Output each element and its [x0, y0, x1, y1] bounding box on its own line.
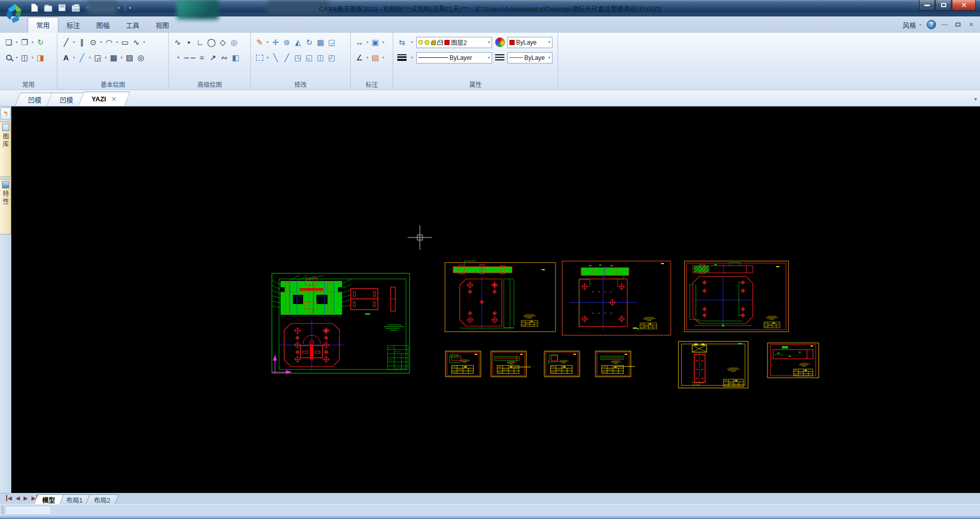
edit-dim-dropdown-icon[interactable]: ▾	[381, 55, 386, 60]
pan-icon[interactable]: ◨	[35, 51, 46, 64]
layer-manager-icon[interactable]: ⇆	[396, 36, 408, 49]
line-icon[interactable]: ╱	[60, 36, 72, 49]
text-icon[interactable]: A	[60, 51, 72, 64]
ellipse-icon[interactable]: ◯	[206, 36, 217, 49]
corner-icon[interactable]: ◱	[304, 51, 315, 64]
drawing-part-small-1[interactable]	[445, 351, 481, 377]
maximize-button[interactable]	[935, 0, 951, 11]
ribbon-tab-sheet[interactable]: 图幅	[88, 17, 118, 33]
drawing-canvas[interactable]	[11, 106, 980, 493]
circle-icon[interactable]: ⊙	[88, 36, 99, 49]
layer-manager-dropdown-icon[interactable]: ▾	[410, 40, 414, 45]
arrow-icon[interactable]: ↗	[207, 51, 219, 64]
sidebar-tab-properties[interactable]: 特性	[0, 179, 11, 234]
sidebar-pin-icon[interactable]: ↰	[1, 107, 11, 120]
copy-entity-icon[interactable]: ⊚	[281, 36, 292, 49]
explode-icon[interactable]: ◫	[315, 51, 326, 64]
paste-special-icon[interactable]: ◫	[19, 51, 30, 64]
color-wheel-icon[interactable]	[494, 36, 505, 49]
table-dropdown-icon[interactable]: ▾	[119, 55, 124, 60]
drawing-ejector-pin-plate[interactable]	[678, 341, 748, 388]
scale-icon[interactable]: ◲	[326, 36, 337, 49]
help-icon[interactable]: ?	[927, 20, 936, 29]
drawing-bar-plate[interactable]	[768, 343, 819, 378]
array-icon[interactable]: ▦	[315, 36, 326, 49]
arc-dropdown-icon[interactable]: ▾	[115, 40, 119, 45]
sidebar-tab-library[interactable]: 图库	[0, 122, 11, 177]
revolve-icon[interactable]: ◔	[172, 51, 183, 64]
rectangle-icon[interactable]: ▭	[119, 36, 131, 49]
close-button[interactable]: ✕	[952, 0, 976, 11]
linestyle-combo[interactable]: ByLayer ▾	[416, 52, 492, 63]
paste-icon[interactable]: ❏	[3, 36, 14, 49]
command-bar-grip[interactable]	[2, 506, 4, 514]
line-width-dropdown-icon[interactable]: ▾	[410, 55, 414, 60]
ribbon-tab-tools[interactable]: 工具	[118, 17, 147, 33]
dimension-icon[interactable]: ↔	[354, 36, 365, 49]
arc-icon[interactable]: ◠	[103, 36, 115, 49]
stretch-icon[interactable]: ◳	[292, 51, 304, 64]
angle-dim-icon[interactable]: ∠	[354, 51, 365, 64]
copy-icon[interactable]: ❐	[19, 36, 30, 49]
circle-dropdown-icon[interactable]: ▾	[99, 40, 103, 45]
crop-icon[interactable]	[254, 51, 265, 64]
mdi-close-icon[interactable]: ✕	[967, 21, 976, 28]
line-color-combo[interactable]: ByLaye ▾	[507, 52, 552, 63]
parallel-line-icon[interactable]: ∥	[76, 36, 88, 49]
drawing-moving-plate[interactable]	[445, 261, 556, 332]
mdi-minimize-icon[interactable]: —	[940, 21, 949, 28]
style-menu-button[interactable]: 风格▾	[903, 20, 923, 30]
minimize-button[interactable]	[919, 0, 935, 11]
sketch-line-icon[interactable]: ╱	[76, 51, 88, 64]
point-icon[interactable]: •	[183, 36, 195, 49]
hatch-style-icon[interactable]	[494, 51, 505, 64]
color-combo[interactable]: ByLaye ▾	[507, 37, 552, 48]
doc-tabs-overflow-icon[interactable]: ▾	[974, 96, 977, 102]
ribbon-tab-dimension[interactable]: 标注	[58, 17, 88, 33]
sketch-line-dropdown-icon[interactable]: ▾	[88, 55, 92, 60]
crop-dropdown-icon[interactable]: ▾	[265, 55, 270, 60]
drawing-part-small-3[interactable]	[544, 351, 580, 377]
drawing-part-small-4[interactable]	[595, 351, 635, 377]
first-sheet-icon[interactable]: ◀	[6, 495, 12, 502]
drawing-mold-assembly[interactable]	[272, 273, 410, 374]
doc-tab-yazi[interactable]: YAZI✕	[78, 92, 131, 106]
erase-dropdown-icon[interactable]: ▾	[265, 40, 270, 45]
regenerate-icon[interactable]: ↻	[35, 36, 46, 49]
sheet-tab-model[interactable]: 模型	[34, 494, 64, 504]
coordinate-dim-dropdown-icon[interactable]: ▾	[381, 40, 386, 45]
fillet-icon[interactable]: ◰	[326, 51, 337, 64]
break-line-icon[interactable]: ≈	[196, 51, 207, 64]
contour-icon[interactable]: ∾	[219, 51, 230, 64]
mirror-icon[interactable]: ◭	[292, 36, 304, 49]
spline-dropdown-icon[interactable]: ▾	[142, 40, 146, 45]
table-icon[interactable]: ▦	[108, 51, 119, 64]
move-icon[interactable]: ✛	[270, 36, 281, 49]
coordinate-dim-icon[interactable]: ▣	[370, 36, 381, 49]
zoom-dropdown-icon[interactable]: ▾	[14, 55, 19, 60]
erase-icon[interactable]: ✎	[254, 36, 265, 49]
two-point-circle-icon[interactable]: ◎	[228, 36, 240, 49]
mdi-restore-icon[interactable]	[953, 21, 963, 28]
rotate-icon[interactable]: ↻	[304, 36, 315, 49]
curve-icon[interactable]: ∿	[172, 36, 183, 49]
text-dropdown-icon[interactable]: ▾	[72, 55, 76, 60]
spline-icon[interactable]: ∿	[131, 36, 142, 49]
layer-combo[interactable]: 图层2 ▾	[416, 37, 492, 48]
ribbon-tab-view[interactable]: 视图	[147, 17, 177, 33]
extend-icon[interactable]: ╱	[281, 51, 292, 64]
dimension-dropdown-icon[interactable]: ▾	[365, 40, 370, 45]
region-icon[interactable]: ◎	[135, 51, 146, 64]
edit-dim-icon[interactable]: ▤	[370, 51, 381, 64]
close-tab-icon[interactable]: ✕	[111, 95, 117, 103]
line-width-icon[interactable]	[396, 51, 408, 64]
paste-special-dropdown-icon[interactable]: ▾	[30, 55, 35, 60]
solid-fill-icon[interactable]: ◧	[230, 51, 241, 64]
block-dropdown-icon[interactable]: ▾	[103, 55, 108, 60]
polygon-icon[interactable]: ◇	[217, 36, 228, 49]
line-dropdown-icon[interactable]: ▾	[72, 40, 76, 45]
angle-dim-dropdown-icon[interactable]: ▾	[365, 55, 370, 60]
sheet-tab-layout2[interactable]: 布局2	[86, 494, 119, 504]
caxa-logo-icon[interactable]	[4, 2, 25, 25]
next-sheet-icon[interactable]: ▶	[24, 495, 28, 502]
